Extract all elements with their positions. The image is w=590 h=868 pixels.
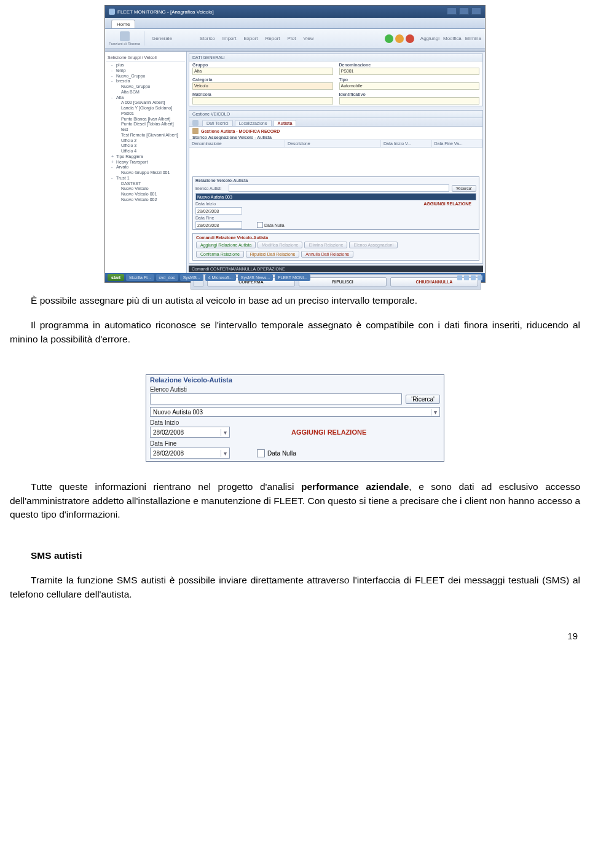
tab-autista[interactable]: Autista [273, 120, 297, 126]
tree-node[interactable]: Ufficio 4 [106, 149, 185, 154]
tray-icon[interactable] [471, 275, 476, 280]
taskbar-item[interactable]: 4 Microsoft... [205, 274, 236, 281]
data-inizio-input[interactable]: 28/02/2008 [195, 207, 242, 215]
tool-btn[interactable]: Report [263, 34, 283, 42]
col-header[interactable]: Data Fine Va... [432, 140, 483, 147]
cmd-ripulisci-dati[interactable]: Ripulisci Dati Relazione [246, 251, 300, 258]
field-label: Categoria [192, 77, 333, 82]
inset-data-nulla-label: Data Nulla [267, 450, 296, 457]
tool-btn[interactable] [177, 34, 184, 42]
inset-autista-select[interactable]: Nuovo Autista 003 ▾ [150, 407, 440, 417]
aggiungi-relazione-action[interactable]: AGGIUNGI RELAZIONE [423, 202, 476, 206]
inset-search-input[interactable] [150, 393, 402, 404]
col-header[interactable]: Data Inizio V... [381, 140, 432, 147]
field-label: Gruppo [192, 63, 333, 67]
window-title: FLEET MONITORING - [Anagrafica Veicolo] [117, 9, 214, 15]
tree-node[interactable]: Nuovo_Gruppo [106, 84, 185, 90]
taskbar-item[interactable]: FLEET MONI... [275, 274, 310, 281]
close-button[interactable] [471, 7, 481, 15]
data-nulla-checkbox[interactable] [257, 222, 263, 228]
tree-node[interactable]: -Alta [106, 95, 185, 101]
inset-aggiungi-relazione[interactable]: AGGIUNGI RELAZIONE [291, 428, 366, 436]
tree-node[interactable]: -temp [106, 68, 185, 74]
tree-node[interactable]: Nuovo Gruppo Mezzi 001 [106, 170, 185, 176]
tool-btn[interactable]: Import [220, 34, 239, 42]
tree-node[interactable]: Punto Bianca [Ivan Albert] [106, 117, 185, 122]
delete-icon[interactable] [406, 34, 414, 43]
table-body [189, 148, 482, 175]
tab-localizzazione[interactable]: Localizzazione [235, 120, 272, 126]
sidebar: Selezione Gruppi / Veicoli -plus-temp-Nu… [105, 52, 187, 273]
search-button[interactable]: 'Ricerca' [452, 185, 476, 192]
matricola-input[interactable] [192, 97, 333, 105]
maximize-button[interactable] [459, 7, 469, 15]
section-header: Gestione Autista - MODIFICA RECORD [201, 129, 280, 133]
col-header[interactable]: Descrizione [285, 140, 381, 147]
tree-node[interactable]: -Arvato [106, 165, 185, 170]
cmd-conferma-relazione[interactable]: Conferma Relazione [196, 251, 244, 258]
cmd-elenco-assegnazioni[interactable]: Elenco Assegnazioni [349, 242, 398, 248]
cmd-annulla-dati[interactable]: Annulla Dati Relazione [301, 251, 353, 258]
minimize-button[interactable] [447, 7, 457, 15]
tree-view[interactable]: -plus-temp-Nuovo_Gruppo-bresciaNuovo_Gru… [106, 63, 185, 203]
tool-btn[interactable]: Export [241, 34, 260, 42]
autista-select[interactable]: Nuovo Autista 003 [195, 193, 476, 200]
tree-node[interactable]: Nuovo Veicolo 001 [106, 192, 185, 197]
denominazione-input[interactable]: PS001 [339, 68, 480, 75]
tree-node[interactable]: PS001 [106, 111, 185, 117]
tool-btn[interactable]: Storico [197, 34, 218, 42]
elenco-search-input[interactable] [229, 184, 449, 192]
identificativo-input[interactable] [339, 97, 480, 105]
tool-btn[interactable]: Plot [285, 34, 299, 42]
gruppo-input[interactable]: Alta [192, 68, 333, 75]
cmd-modifica-relazione[interactable]: Modifica Relazione [258, 242, 302, 248]
taskbar-item[interactable]: Mozilla Fi... [126, 274, 154, 281]
taskbar-item[interactable]: cvd_doc [156, 274, 178, 281]
tree-node[interactable]: -brescia [106, 79, 185, 84]
tree-node[interactable]: Lancia Y [Giorgio Soldano] [106, 106, 185, 111]
tree-node[interactable]: Nuovo Veicolo [106, 186, 185, 192]
col-header[interactable]: Denominazione [189, 140, 285, 147]
inset-search-button[interactable]: 'Ricerca' [406, 395, 440, 404]
data-fine-label: Data Fine [195, 216, 226, 220]
cmd-aggiungi-relazione[interactable]: Aggiungi Relazione Autista [196, 242, 256, 248]
tree-node[interactable]: Test Remoto [Giovanni Albert] [106, 133, 185, 138]
tree-node[interactable]: Ufficio 3 [106, 143, 185, 149]
edit-icon[interactable] [395, 34, 404, 43]
tree-node[interactable]: DASTEST [106, 181, 185, 187]
inset-data-fine-input[interactable]: 28/02/2008 ▾ [150, 448, 230, 459]
inset-data-inizio-input[interactable]: 28/02/2008 ▾ [150, 427, 230, 438]
ripulisci-button[interactable]: RIPULISCI [299, 277, 387, 286]
taskbar-item[interactable]: SysMS News... [238, 274, 273, 281]
tree-node[interactable]: -Nuovo_Gruppo [106, 74, 185, 79]
field-label: Identificativo [339, 92, 480, 97]
taskbar-item[interactable]: SysMS... [180, 274, 203, 281]
start-button[interactable]: start [108, 274, 124, 281]
tree-node[interactable]: test [106, 127, 185, 133]
tree-node[interactable]: -Trust 1 [106, 176, 185, 181]
tree-node[interactable]: +Heavy Transport [106, 160, 185, 165]
tree-node[interactable]: Ufficio 2 [106, 138, 185, 144]
categoria-input[interactable]: Veicolo [192, 82, 333, 90]
tool-btn[interactable] [187, 34, 194, 42]
tab-dati-tecnici[interactable]: Dati Tecnici [202, 120, 233, 126]
tree-node[interactable]: +Tipo Raggiera [106, 154, 185, 160]
data-fine-input[interactable]: 28/02/2008 [195, 221, 242, 229]
tree-node[interactable]: Nuovo Veicolo 002 [106, 197, 185, 203]
inset-data-nulla-checkbox[interactable] [257, 449, 265, 457]
app-icon [109, 9, 115, 15]
tipo-input[interactable]: Automobile [339, 82, 480, 90]
add-icon[interactable] [385, 34, 393, 43]
tree-node[interactable]: A 002 [Giovanni Albert] [106, 100, 185, 106]
tree-node[interactable]: Punto Diesel [Tobias Albert] [106, 122, 185, 127]
search-functions-icon[interactable] [120, 31, 130, 41]
tree-node[interactable]: -plus [106, 63, 185, 68]
tray-icon[interactable] [457, 275, 462, 280]
tray-icon[interactable] [478, 275, 482, 280]
ribbon-tab-home[interactable]: Home [111, 20, 135, 28]
cmd-elimina-relazione[interactable]: Elimina Relazione [304, 242, 347, 248]
tool-btn[interactable]: Generale [149, 34, 175, 42]
tool-btn[interactable]: View [301, 34, 316, 42]
tray-icon[interactable] [464, 275, 469, 280]
tree-node[interactable]: Alta BGM [106, 90, 185, 95]
